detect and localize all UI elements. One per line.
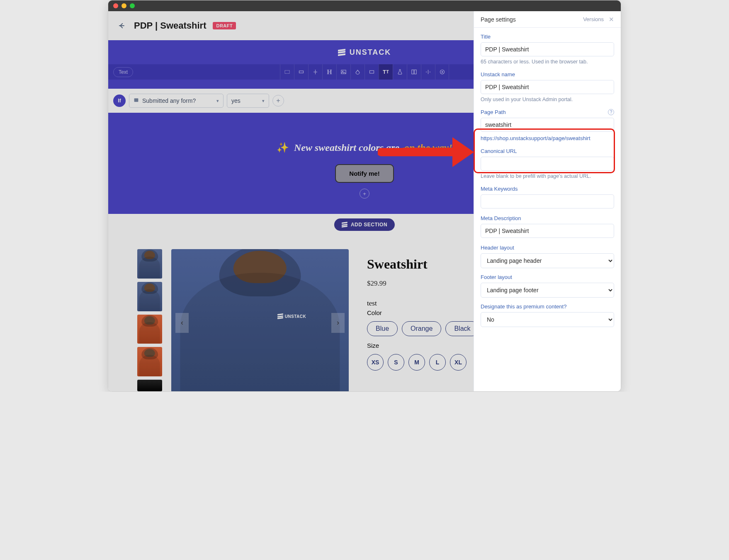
title-hint: 65 characters or less. Used in the brows…	[481, 59, 614, 65]
page-settings-panel: Page settings Versions ✕ Title 65 charac…	[474, 11, 621, 391]
panel-title: Page settings	[481, 16, 516, 23]
app-window: PDP | Sweatshirt DRAFT UNSTACK Text H	[108, 0, 621, 392]
window-close-icon[interactable]	[113, 3, 118, 8]
title-label: Title	[481, 34, 614, 40]
header-layout-select[interactable]: Landing page header	[481, 253, 614, 268]
meta-description-input[interactable]	[481, 224, 614, 238]
window-titlebar	[108, 0, 621, 11]
canonical-url-label: Canonical URL	[481, 148, 614, 154]
footer-layout-label: Footer layout	[481, 274, 614, 280]
page-path-label: Page Path ?	[481, 109, 614, 115]
page-path-input[interactable]	[481, 118, 614, 132]
footer-layout-select[interactable]: Landing page footer	[481, 283, 614, 298]
premium-content-select[interactable]: No	[481, 312, 614, 327]
close-icon[interactable]: ✕	[609, 16, 614, 23]
unstack-name-label: Unstack name	[481, 71, 614, 78]
annotation-arrow-icon	[378, 131, 477, 173]
canonical-hint: Leave blank to be prefill with page's ac…	[481, 173, 614, 179]
header-layout-label: Header layout	[481, 245, 614, 251]
premium-content-label: Designate this as premium content?	[481, 303, 614, 310]
title-input[interactable]	[481, 42, 614, 56]
page-path-url-preview: https://shop.unstacksupport/a/page/sweat…	[481, 135, 614, 141]
meta-keywords-label: Meta Keywords	[481, 186, 614, 192]
unstack-name-input[interactable]	[481, 80, 614, 94]
meta-description-label: Meta Description	[481, 215, 614, 221]
window-maximize-icon[interactable]	[130, 3, 135, 8]
unstack-name-hint: Only used in your Unstack Admin portal.	[481, 97, 614, 102]
help-icon[interactable]: ?	[608, 109, 614, 115]
versions-link[interactable]: Versions	[583, 16, 604, 22]
window-minimize-icon[interactable]	[122, 3, 126, 8]
panel-header: Page settings Versions ✕	[474, 11, 621, 28]
meta-keywords-input[interactable]	[481, 194, 614, 208]
canonical-url-input[interactable]	[481, 157, 614, 171]
